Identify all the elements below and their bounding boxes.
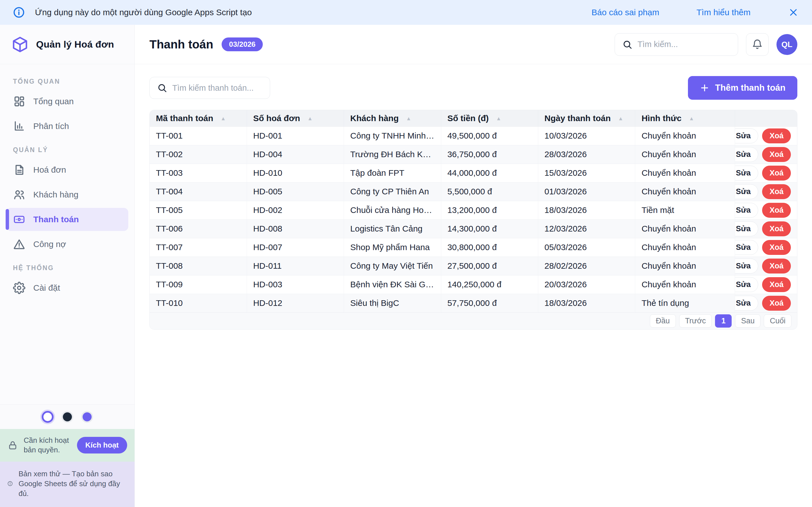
column-header-customer[interactable]: Khách hàng▲ bbox=[344, 110, 441, 126]
cell-amount: 36,750,000 đ bbox=[441, 145, 538, 164]
search-icon bbox=[622, 40, 632, 50]
sidebar-item-tong-quan[interactable]: Tổng quan bbox=[6, 90, 128, 113]
avatar[interactable]: QL bbox=[776, 34, 797, 55]
activate-button[interactable]: Kích hoạt bbox=[77, 437, 127, 453]
cell-payment-id: TT-001 bbox=[150, 126, 247, 145]
delete-button[interactable]: Xoá bbox=[762, 147, 791, 162]
cell-actions: SửaXoá bbox=[735, 257, 797, 275]
delete-button[interactable]: Xoá bbox=[762, 203, 791, 218]
payments-table: Mã thanh toán▲ Số hoá đơn▲ Khách hàng▲ S… bbox=[150, 110, 797, 313]
cell-actions: SửaXoá bbox=[735, 201, 797, 219]
sidebar-item-label: Hoá đơn bbox=[33, 165, 66, 175]
delete-button[interactable]: Xoá bbox=[762, 166, 791, 180]
cell-payment-id: TT-004 bbox=[150, 182, 247, 201]
payments-table-card: Mã thanh toán▲ Số hoá đơn▲ Khách hàng▲ S… bbox=[149, 110, 797, 330]
table-row: TT-009HD-003Bệnh viện ĐK Sài Gòn140,250,… bbox=[150, 275, 797, 294]
column-header-amount[interactable]: Số tiền (đ)▲ bbox=[441, 110, 538, 126]
pagination-first-button[interactable]: Đầu bbox=[650, 314, 676, 328]
sidebar-item-cong-no[interactable]: Công nợ bbox=[6, 233, 128, 256]
cell-customer: Công ty May Việt Tiến bbox=[344, 257, 441, 275]
pagination: Đầu Trước 1 Sau Cuối bbox=[150, 313, 797, 329]
notifications-button[interactable] bbox=[746, 33, 769, 56]
learn-more-link[interactable]: Tìm hiểu thêm bbox=[696, 8, 751, 17]
cell-amount: 140,250,000 đ bbox=[441, 275, 538, 294]
edit-button[interactable]: Sửa bbox=[735, 128, 758, 144]
cell-payment-id: TT-002 bbox=[150, 145, 247, 164]
apps-script-banner: Ứng dụng này do một người dùng Google Ap… bbox=[0, 0, 812, 25]
pagination-prev-button[interactable]: Trước bbox=[679, 314, 712, 328]
cell-payment-id: TT-010 bbox=[150, 294, 247, 313]
trial-notice: Bản xem thử — Tạo bản sao Google Sheets … bbox=[0, 462, 135, 507]
cell-actions: SửaXoá bbox=[735, 219, 797, 238]
edit-button[interactable]: Sửa bbox=[735, 259, 758, 274]
add-payment-label: Thêm thanh toán bbox=[715, 83, 785, 93]
delete-button[interactable]: Xoá bbox=[762, 184, 791, 199]
global-search-input[interactable] bbox=[638, 40, 730, 49]
edit-button[interactable]: Sửa bbox=[735, 166, 758, 180]
sort-icon: ▲ bbox=[689, 115, 694, 121]
month-badge: 03/2026 bbox=[221, 38, 263, 51]
table-row: TT-007HD-007Shop Mỹ phẩm Hana30,800,000 … bbox=[150, 238, 797, 257]
delete-button[interactable]: Xoá bbox=[762, 259, 791, 274]
cell-date: 01/03/2026 bbox=[538, 182, 635, 201]
sort-icon: ▲ bbox=[406, 115, 411, 121]
edit-button[interactable]: Sửa bbox=[735, 203, 758, 218]
cell-method: Chuyển khoản bbox=[635, 257, 735, 275]
column-header-payment-id[interactable]: Mã thanh toán▲ bbox=[150, 110, 247, 126]
cell-method: Chuyển khoản bbox=[635, 275, 735, 294]
delete-button[interactable]: Xoá bbox=[762, 277, 791, 292]
edit-button[interactable]: Sửa bbox=[735, 296, 758, 311]
column-header-method[interactable]: Hình thức▲ bbox=[635, 110, 735, 126]
edit-button[interactable]: Sửa bbox=[735, 221, 758, 236]
edit-button[interactable]: Sửa bbox=[735, 184, 758, 199]
edit-button[interactable]: Sửa bbox=[735, 147, 758, 162]
sidebar-item-khach-hang[interactable]: Khách hàng bbox=[6, 183, 128, 206]
sidebar-item-thanh-toan[interactable]: Thanh toán bbox=[6, 208, 128, 231]
cell-payment-id: TT-003 bbox=[150, 164, 247, 182]
pagination-last-button[interactable]: Cuối bbox=[764, 314, 792, 328]
sidebar-item-label: Công nợ bbox=[33, 239, 66, 249]
sort-icon: ▲ bbox=[496, 115, 501, 121]
cell-customer: Siêu thị BigC bbox=[344, 294, 441, 313]
theme-light-button[interactable] bbox=[42, 411, 54, 423]
theme-dark-button[interactable] bbox=[61, 411, 73, 423]
main-area: Thanh toán 03/2026 bbox=[135, 25, 812, 507]
cell-actions: SửaXoá bbox=[735, 294, 797, 313]
global-search bbox=[615, 33, 738, 56]
table-row: TT-001HD-001Công ty TNHH Minh Ph...49,50… bbox=[150, 126, 797, 145]
cell-actions: SửaXoá bbox=[735, 126, 797, 145]
cell-amount: 57,750,000 đ bbox=[441, 294, 538, 313]
cell-amount: 13,200,000 đ bbox=[441, 201, 538, 219]
pagination-next-button[interactable]: Sau bbox=[735, 314, 760, 328]
delete-button[interactable]: Xoá bbox=[762, 240, 791, 255]
edit-button[interactable]: Sửa bbox=[735, 240, 758, 255]
cell-customer: Công ty TNHH Minh Ph... bbox=[344, 126, 441, 145]
cell-payment-id: TT-009 bbox=[150, 275, 247, 294]
cell-amount: 44,000,000 đ bbox=[441, 164, 538, 182]
close-banner-button[interactable] bbox=[788, 7, 799, 18]
cell-amount: 49,500,000 đ bbox=[441, 126, 538, 145]
delete-button[interactable]: Xoá bbox=[762, 221, 791, 236]
table-row: TT-008HD-011Công ty May Việt Tiến27,500,… bbox=[150, 257, 797, 275]
invoice-icon bbox=[13, 164, 26, 176]
column-header-actions bbox=[735, 110, 797, 126]
pagination-page-1-button[interactable]: 1 bbox=[715, 314, 732, 328]
delete-button[interactable]: Xoá bbox=[762, 296, 791, 311]
edit-button[interactable]: Sửa bbox=[735, 277, 758, 292]
cell-method: Thẻ tín dụng bbox=[635, 294, 735, 313]
payment-search bbox=[149, 77, 270, 99]
trial-text: Bản xem thử — Tạo bản sao Google Sheets … bbox=[18, 469, 127, 499]
column-header-invoice-no[interactable]: Số hoá đơn▲ bbox=[247, 110, 344, 126]
delete-button[interactable]: Xoá bbox=[762, 128, 791, 144]
add-payment-button[interactable]: Thêm thanh toán bbox=[688, 76, 797, 100]
sidebar-item-hoa-don[interactable]: Hoá đơn bbox=[6, 158, 128, 181]
payment-search-input[interactable] bbox=[172, 83, 262, 93]
column-header-date[interactable]: Ngày thanh toán▲ bbox=[538, 110, 635, 126]
cell-date: 20/03/2026 bbox=[538, 275, 635, 294]
report-abuse-link[interactable]: Báo cáo sai phạm bbox=[592, 8, 659, 17]
gear-icon bbox=[13, 282, 26, 294]
theme-purple-button[interactable] bbox=[81, 411, 93, 423]
sidebar-item-cai-dat[interactable]: Cài đặt bbox=[6, 276, 128, 299]
sidebar-item-phan-tich[interactable]: Phân tích bbox=[6, 115, 128, 138]
cell-amount: 30,800,000 đ bbox=[441, 238, 538, 257]
